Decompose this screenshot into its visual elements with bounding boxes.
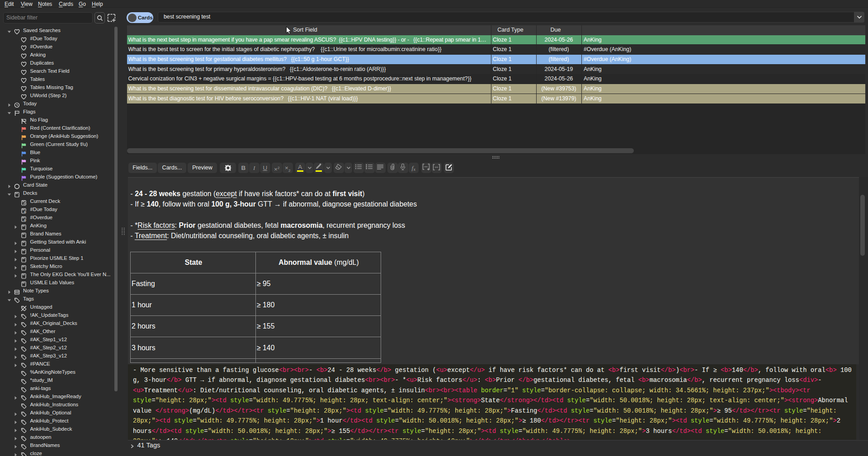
svg-text:⚙: ⚙ xyxy=(24,210,26,213)
svg-text:⚙: ⚙ xyxy=(24,218,26,221)
